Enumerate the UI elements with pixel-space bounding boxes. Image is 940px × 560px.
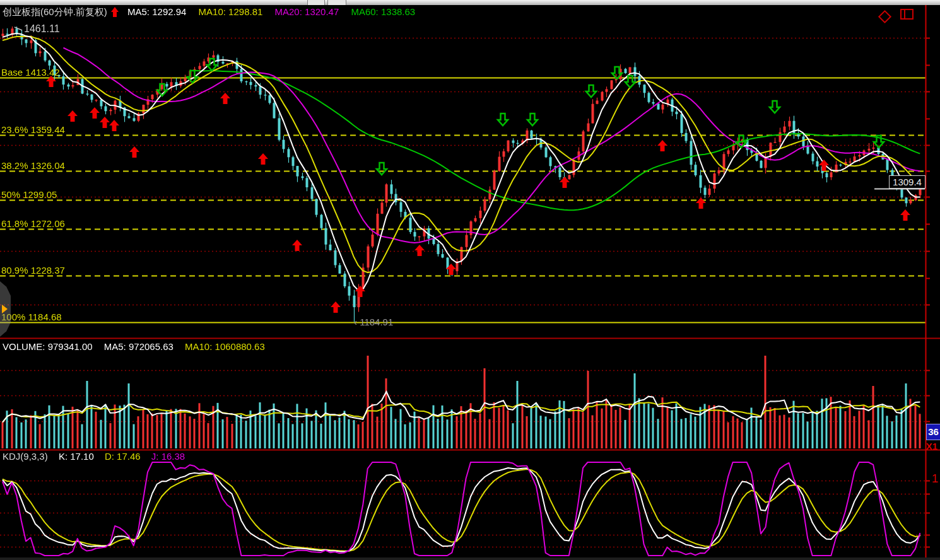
kdj-panel-header: KDJ(9,3,3) K: 17.10 D: 17.46 J: 16.38 — [3, 451, 193, 462]
fib-level-label: 23.6% 1359.44 — [1, 124, 65, 135]
volume-value: VOLUME: 979341.00 — [3, 341, 93, 352]
chart-low-label: ‹ 1184.91 — [354, 317, 393, 327]
split-window-icon[interactable] — [900, 9, 914, 20]
volume-panel-header: VOLUME: 979341.00 MA5: 972065.63 MA10: 1… — [3, 341, 274, 352]
fib-level-label: 50% 1299.05 — [1, 189, 57, 200]
kdj-k-value: K: 17.10 — [59, 451, 94, 462]
kdj-name: KDJ(9,3,3) — [3, 451, 48, 462]
ma20-value: MA20: 1320.47 — [275, 6, 339, 17]
top-edge-tab — [327, 0, 346, 5]
fib-level-label: 38.2% 1326.04 — [1, 160, 65, 171]
low-label-value: 1184.91 — [360, 317, 393, 327]
low-label-arrow: ‹ — [354, 317, 357, 327]
chart-high-label: 1461.11 — [24, 23, 60, 35]
fib-level-label: 80.9% 1228.37 — [1, 265, 65, 276]
kdj-d-value: D: 17.46 — [105, 451, 141, 462]
fib-level-label: 61.8% 1272.06 — [1, 218, 65, 229]
buy-signal-arrow-icon — [111, 7, 119, 17]
top-edge-tab — [307, 0, 325, 5]
ma5-value: MA5: 1292.94 — [127, 6, 186, 17]
volume-ma10-value: MA10: 1060880.63 — [185, 341, 265, 352]
chart-canvas[interactable] — [0, 0, 940, 560]
fib-level-label: Base 1413.42 — [1, 67, 60, 78]
multiplier-label: X1 — [926, 441, 937, 452]
trading-app-window: 创业板指(60分钟.前复权) MA5: 1292.94 MA10: 1298.8… — [0, 0, 940, 560]
chart-header-icons — [880, 9, 914, 24]
window-top-edge — [0, 0, 940, 5]
last-price-tag: 1309.4 — [889, 175, 925, 189]
kdj-j-value: J: 16.38 — [151, 451, 185, 462]
period-badge: 36 — [926, 424, 940, 440]
volume-ma5-value: MA5: 972065.63 — [104, 341, 173, 352]
symbol-title: 创业板指(60分钟.前复权) — [3, 6, 107, 17]
scroll-right-arrow-icon — [2, 305, 8, 313]
window-bottom-edge — [0, 557, 940, 560]
kdj-scale-label: 1 — [932, 472, 939, 486]
main-chart-header: 创业板指(60分钟.前复权) MA5: 1292.94 MA10: 1298.8… — [3, 6, 425, 18]
ma10-value: MA10: 1298.81 — [199, 6, 263, 17]
ma60-value: MA60: 1338.63 — [351, 6, 415, 17]
diamond-icon[interactable] — [878, 10, 891, 23]
